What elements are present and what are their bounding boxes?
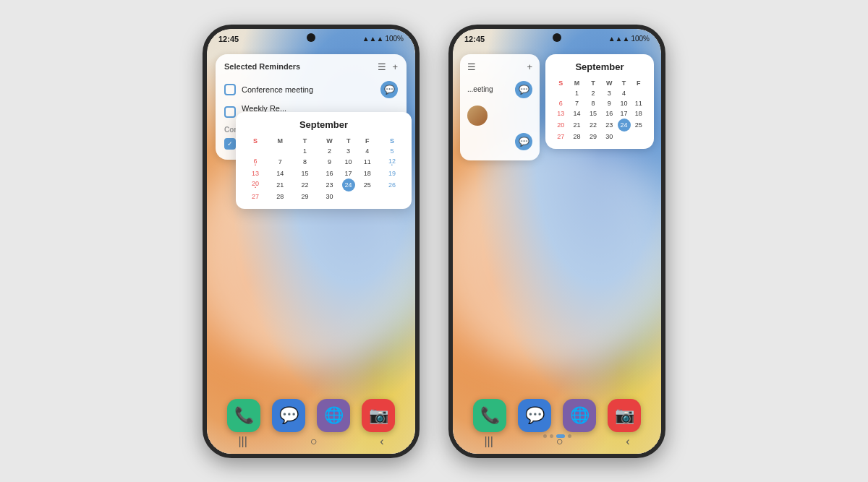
cal2-day-22[interactable]: 22	[585, 119, 601, 132]
cal-day-8[interactable]: 8	[292, 156, 317, 168]
cal2-day-13[interactable]: 13	[553, 108, 569, 119]
cal-day-26[interactable]: 26	[380, 178, 404, 191]
cal2-day-15[interactable]: 15	[585, 108, 601, 119]
cal-day-9[interactable]: 9	[317, 156, 341, 168]
checkbox-2[interactable]	[224, 106, 236, 118]
camera-notch-2	[553, 33, 561, 42]
cal-day-20[interactable]: 20	[243, 178, 268, 191]
cal-day-11[interactable]: 11	[355, 156, 380, 168]
dock-camera-2[interactable]: 📷	[608, 399, 641, 432]
dock-phone-1[interactable]: 📞	[227, 399, 260, 432]
dock-browser-1[interactable]: 🌐	[317, 399, 350, 432]
cal-day-25[interactable]: 25	[355, 178, 380, 191]
cal-day-10[interactable]: 10	[342, 156, 355, 168]
cal2-day-24-today[interactable]: 24	[618, 119, 631, 132]
cal-day-7[interactable]: 7	[268, 156, 292, 168]
reminder-action-1[interactable]: 💬	[380, 81, 398, 98]
cal2-day-29[interactable]: 29	[585, 132, 601, 142]
cal2-day-17[interactable]: 17	[618, 108, 631, 119]
cal-day-5[interactable]: 5	[380, 146, 404, 156]
dock-phone-2[interactable]: 📞	[473, 399, 506, 432]
cal2-day-1[interactable]: 1	[569, 88, 584, 98]
cal2-day-16[interactable]: 16	[601, 108, 617, 119]
cal2-day-9[interactable]: 9	[601, 98, 617, 108]
list-icon-1[interactable]: ☰	[378, 61, 386, 72]
cal-week-4: 20 21 22 23 24 25 26	[243, 178, 404, 191]
cal-grid-2: S M T W T F 1 2	[553, 78, 647, 142]
cal2-day-2[interactable]: 2	[585, 88, 601, 98]
cal2-day-23[interactable]: 23	[601, 119, 617, 132]
cal-empty1	[342, 191, 355, 202]
cal-day-18[interactable]: 18	[355, 168, 380, 178]
cal-week-3: 13 14 15 16 17 18 19	[243, 168, 404, 178]
cal2-day-18[interactable]: 18	[631, 108, 647, 119]
cal2-day-27[interactable]: 27	[553, 132, 569, 142]
cal-day-23[interactable]: 23	[317, 178, 341, 191]
cal-day-14[interactable]: 14	[268, 168, 292, 178]
cal2-day-20[interactable]: 20	[553, 119, 569, 132]
cal-header-fri: F	[355, 136, 380, 146]
reminder-text-1: Conference meeting	[242, 85, 313, 94]
cal-day-empty	[243, 146, 268, 156]
calendar-widget-2: September S M T W T F	[545, 54, 654, 149]
cal-day-19[interactable]: 19	[380, 168, 404, 178]
cal-day-3[interactable]: 3	[342, 146, 355, 156]
cal2-day-3[interactable]: 3	[601, 88, 617, 98]
action-icon-1: 💬	[384, 85, 395, 95]
nav-menu-1[interactable]: |||	[238, 435, 247, 448]
status-icons-2: ▲▲▲ 100%	[608, 35, 650, 43]
nav-home-1[interactable]: ○	[310, 435, 318, 448]
cal2-day-4[interactable]: 4	[618, 88, 631, 98]
cal2-header-wed: W	[601, 78, 617, 88]
cal2-week-2: 6 7 8 9 10 11	[553, 98, 647, 108]
nav-menu-2[interactable]: |||	[484, 435, 493, 448]
cal-day-27[interactable]: 27	[243, 191, 268, 202]
cal2-day-14[interactable]: 14	[569, 108, 584, 119]
add-icon-1[interactable]: +	[392, 61, 398, 72]
cal-day-4[interactable]: 4	[355, 146, 380, 156]
cal2-day-11[interactable]: 11	[631, 98, 647, 108]
cal2-day-7[interactable]: 7	[569, 98, 584, 108]
dock-browser-2[interactable]: 🌐	[563, 399, 596, 432]
cal-day-30[interactable]: 30	[317, 191, 341, 202]
dock-messages-1[interactable]: 💬	[272, 399, 305, 432]
cal-day-21[interactable]: 21	[268, 178, 292, 191]
cal-day-13[interactable]: 13	[243, 168, 268, 178]
cal-day-1[interactable]: 1	[292, 146, 317, 156]
cal-day-24-today[interactable]: 24	[342, 178, 355, 191]
dock-camera-1[interactable]: 📷	[362, 399, 395, 432]
cal-day-17[interactable]: 17	[342, 168, 355, 178]
cal2-day-8[interactable]: 8	[585, 98, 601, 108]
cal-day-2[interactable]: 2	[317, 146, 341, 156]
cal-day-22[interactable]: 22	[292, 178, 317, 191]
cal-day-6[interactable]: 6	[243, 156, 268, 168]
list-icon-2[interactable]: ☰	[467, 61, 476, 72]
battery-text-2: 100%	[631, 35, 650, 43]
reminder-action-r3[interactable]: 💬	[515, 133, 532, 150]
avatar-r2	[467, 106, 488, 126]
nav-back-2[interactable]: ‹	[626, 435, 629, 448]
cal-empty3	[380, 191, 404, 202]
add-icon-2[interactable]: +	[527, 61, 532, 72]
reminder-action-r1[interactable]: 💬	[515, 81, 532, 98]
checkbox-completed-1[interactable]	[224, 138, 236, 150]
nav-home-2[interactable]: ○	[556, 435, 563, 448]
action-icon-r1: 💬	[519, 85, 529, 95]
dock-messages-2[interactable]: 💬	[518, 399, 551, 432]
cal-day-15[interactable]: 15	[292, 168, 317, 178]
cal2-day-30[interactable]: 30	[601, 132, 617, 142]
cal-day-16[interactable]: 16	[317, 168, 341, 178]
cal2-day-10[interactable]: 10	[618, 98, 631, 108]
cal-day-12[interactable]: 12	[380, 156, 404, 168]
cal2-day-28[interactable]: 28	[569, 132, 584, 142]
cal2-day-21[interactable]: 21	[569, 119, 584, 132]
cal2-day-6[interactable]: 6	[553, 98, 569, 108]
action-icon-r3: 💬	[519, 137, 529, 147]
cal-title-2: September	[553, 61, 647, 72]
cal-day-29[interactable]: 29	[292, 191, 317, 202]
phone-2: 12:45 ▲▲▲ 100% ☰ + ...eeting	[448, 25, 665, 458]
cal2-day-25[interactable]: 25	[631, 119, 647, 132]
checkbox-1[interactable]	[224, 84, 236, 95]
cal-day-28[interactable]: 28	[268, 191, 292, 202]
nav-back-1[interactable]: ‹	[380, 435, 383, 448]
